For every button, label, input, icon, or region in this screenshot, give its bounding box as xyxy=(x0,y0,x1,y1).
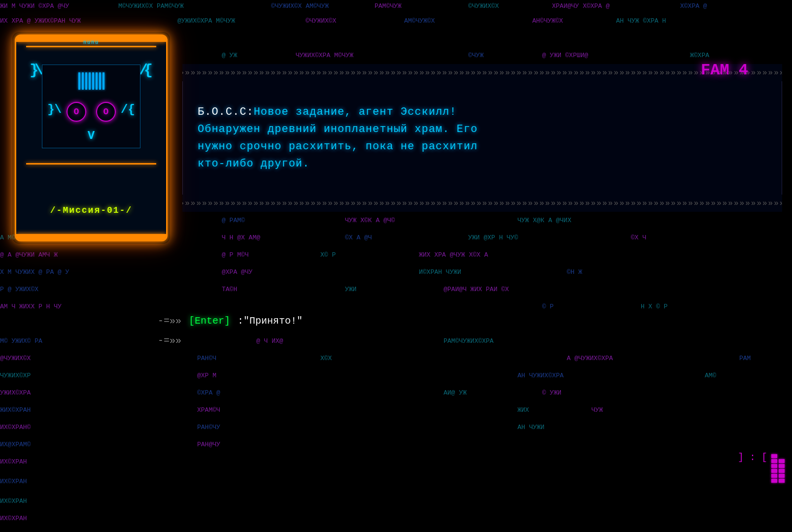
line5 xyxy=(92,72,94,90)
robot-eyes: O O xyxy=(67,102,116,122)
vbar-seg xyxy=(771,464,777,468)
antenna-text: nunu xyxy=(83,40,99,45)
right-outer-bracket: { xyxy=(144,62,153,79)
left-bracket-inner: }\ xyxy=(47,103,62,116)
mission-label: /-Миссия-01-/ xyxy=(50,205,132,215)
device-bottom-bar xyxy=(16,234,166,240)
head-outer: } \ / { xyxy=(32,57,150,156)
input-area-2: -=»» xyxy=(158,335,181,346)
corner-colon-bracket: ] : [ xyxy=(738,452,767,463)
bottom-orange-line xyxy=(26,163,156,165)
line1 xyxy=(78,72,80,90)
arrows-bottom: »»»»»»»»»»»»»»»»»»»»»»»»»»»»»»»»»»»»»»»»… xyxy=(182,195,782,212)
robot-eye-right: O xyxy=(96,102,116,122)
line7 xyxy=(99,72,101,90)
line6 xyxy=(96,72,98,90)
device-bottom-decoration xyxy=(16,161,166,165)
input-area-1[interactable]: -=»» [Enter] :"Принято!" xyxy=(158,315,303,327)
line3 xyxy=(85,72,87,90)
message-text: Б.О.С.С:Новое задание, агент Эсскилл!Обн… xyxy=(198,103,478,173)
robot-middle-row: }\ O O /{ xyxy=(47,97,135,122)
main-content: nunu } \ / { xyxy=(0,0,792,532)
arrows-top: »»»»»»»»»»»»»»»»»»»»»»»»»»»»»»»»»»»»»»»»… xyxy=(182,64,782,81)
robot-eye-left: O xyxy=(67,102,86,122)
vbar-seg xyxy=(771,459,777,463)
vbar-seg xyxy=(779,479,785,483)
vertical-bars xyxy=(771,454,785,483)
fam4-label: FAM 4 xyxy=(701,61,748,79)
vbar-seg xyxy=(779,464,785,468)
vbar-seg xyxy=(779,474,785,478)
vbar-seg xyxy=(771,469,777,473)
line8 xyxy=(103,72,104,90)
right-bracket-inner: /{ xyxy=(121,103,135,116)
device-side-right xyxy=(166,42,168,234)
robot-face-area: nunu } \ / { xyxy=(16,47,166,161)
robot-chin: V xyxy=(88,129,95,142)
vbar-seg xyxy=(779,469,785,473)
message-box: Б.О.С.С:Новое задание, агент Эсскилл!Обн… xyxy=(182,81,782,195)
antenna-area: nunu xyxy=(83,40,99,45)
arrow-prompt-2: -=»» xyxy=(158,335,181,346)
arrows-bottom-text: »»»»»»»»»»»»»»»»»»»»»»»»»»»»»»»»»»»»»»»»… xyxy=(182,199,782,208)
vbar-seg xyxy=(771,474,777,478)
vbar-seg xyxy=(771,479,777,483)
vbar-seg xyxy=(771,454,777,458)
vbar-2 xyxy=(779,459,785,483)
enter-key-display[interactable]: [Enter] xyxy=(189,315,230,327)
response-text: :"Принято!" xyxy=(238,315,303,327)
robot-device: nunu } \ / { xyxy=(15,34,168,241)
line2 xyxy=(82,72,84,90)
robot-inner-face: }\ O O /{ xyxy=(42,65,140,148)
line4 xyxy=(89,72,91,90)
boss-prefix: Б.О.С.С: xyxy=(198,106,254,118)
device-side-left xyxy=(15,42,16,234)
vbar-seg xyxy=(779,459,785,463)
vbar-1 xyxy=(771,454,777,483)
arrow-prompt-1: -=»» xyxy=(158,315,181,327)
robot-top-lines xyxy=(78,72,104,90)
arrows-top-text: »»»»»»»»»»»»»»»»»»»»»»»»»»»»»»»»»»»»»»»»… xyxy=(182,68,782,77)
